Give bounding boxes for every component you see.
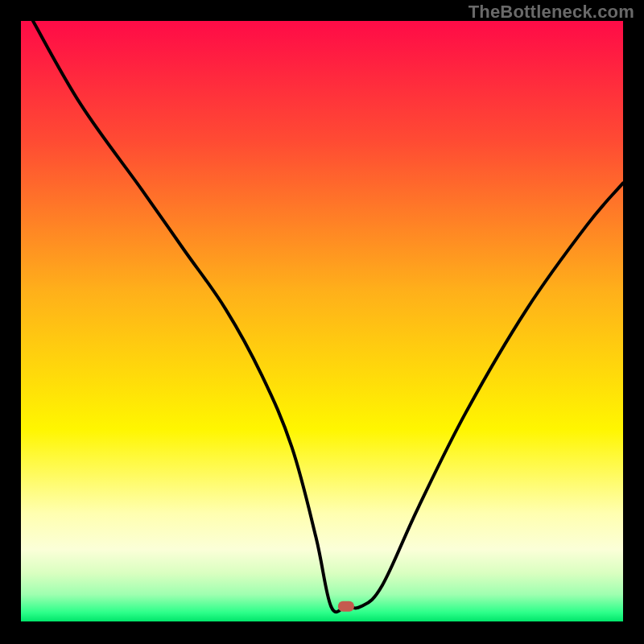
- watermark-text: TheBottleneck.com: [469, 2, 634, 23]
- chart-frame: { "watermark": "TheBottleneck.com", "cha…: [0, 0, 644, 644]
- bottleneck-chart: [0, 0, 644, 644]
- plot-area: [21, 21, 623, 621]
- optimal-marker: [338, 601, 354, 612]
